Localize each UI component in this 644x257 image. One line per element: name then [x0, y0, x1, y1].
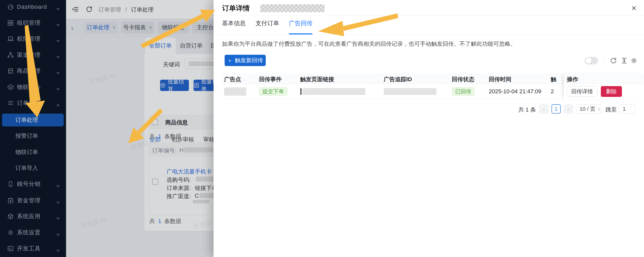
action-column: 操作 回传详情 删除: [564, 73, 644, 99]
event-tag: 提交下单: [259, 87, 287, 96]
redacted-order-title: [260, 4, 325, 12]
col-ad-point: 广告点: [224, 76, 241, 83]
drawer-title: 订单详情: [222, 4, 250, 13]
callback-time: 2025-10-04 21:47:09: [489, 88, 541, 95]
plus-icon: ＋: [227, 57, 232, 64]
redacted-tracking-id: [384, 88, 436, 95]
col-callback-time: 回传时间: [489, 76, 511, 83]
ad-callback-description: 如果你为平台商品做了付费投放广告，可在此查看广告商相关的回传记录，也可手动触发回…: [222, 40, 582, 48]
chevron-down-icon: ∨: [597, 107, 600, 111]
divider: [214, 15, 644, 16]
redacted-link: [302, 88, 365, 95]
jump-page-input[interactable]: 1: [619, 104, 635, 114]
table-settings-gear-icon[interactable]: [630, 57, 638, 64]
drawer-mask[interactable]: [0, 0, 214, 257]
app-root: Dashboard 组织管理 权限管理 渠道管理 商品管理 物联中心: [0, 0, 644, 257]
pagination-next-button[interactable]: ›: [564, 104, 573, 114]
divider: [214, 34, 644, 35]
trigger-callback-button[interactable]: ＋ 触发新回传: [225, 55, 266, 66]
row-height-icon[interactable]: [621, 57, 628, 64]
pagination-total: 共 1 条: [518, 106, 536, 114]
order-detail-drawer: 订单详情 ✕ 基本信息 支付订单 广告回传 如果你为平台商品做了付费投放广告，可…: [214, 0, 644, 257]
drawer-tab-payment-orders[interactable]: 支付订单: [255, 19, 279, 29]
delete-button[interactable]: 删除: [601, 86, 622, 97]
col-callback-event: 回传事件: [259, 76, 282, 83]
redacted-link-lead: [300, 88, 302, 95]
drawer-tab-basic-info[interactable]: 基本信息: [222, 19, 246, 29]
col-trigger-page-link: 触发页面链接: [300, 76, 334, 83]
drawer-tab-ad-callback[interactable]: 广告回传: [289, 19, 312, 29]
col-ad-tracking-id: 广告追踪ID: [384, 76, 412, 83]
pagination-prev-button[interactable]: ‹: [539, 104, 548, 114]
table-refresh-icon[interactable]: [610, 57, 617, 64]
clipped-cell-value: 2: [551, 88, 554, 95]
col-callback-status: 回传状态: [452, 76, 474, 83]
divider: [604, 57, 604, 64]
pagination-page-1[interactable]: 1: [551, 104, 561, 114]
button-label: 触发新回传: [235, 57, 263, 64]
toggle-knob: [585, 58, 592, 64]
drawer-close-icon[interactable]: ✕: [629, 3, 639, 13]
page-size-value: 10 / 页: [579, 105, 595, 113]
col-actions: 操作: [567, 76, 578, 83]
table-option-toggle[interactable]: [585, 57, 598, 64]
col-clipped: 触: [551, 76, 556, 83]
jump-label: 跳至: [605, 106, 617, 114]
redacted-ad-point: [224, 87, 246, 96]
page-size-select[interactable]: 10 / 页 ∨: [576, 104, 601, 114]
callback-detail-button[interactable]: 回传详情: [567, 86, 597, 97]
status-tag: 已回传: [452, 87, 475, 96]
